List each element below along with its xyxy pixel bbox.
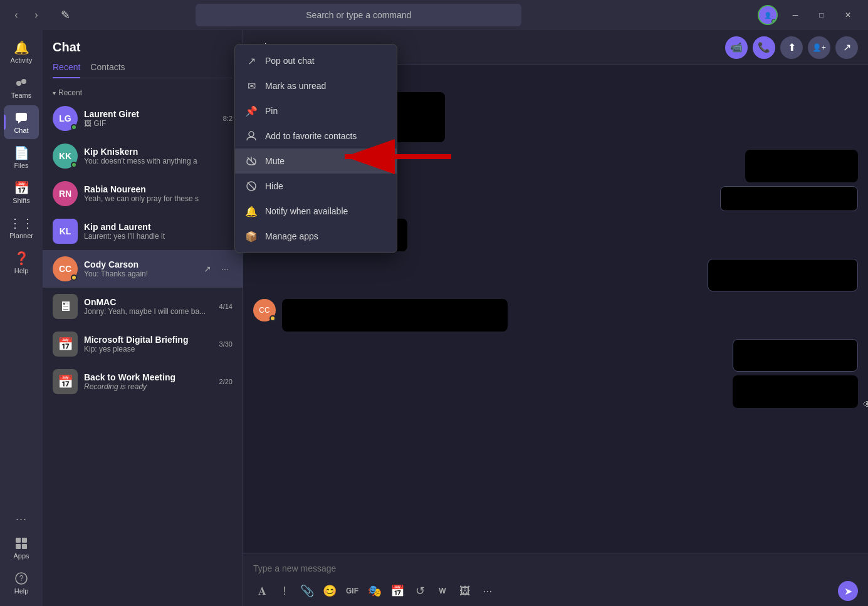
- main-layout: 🔔 Activity Teams Chat 📄 Files 📅 Shifts ⋮…: [0, 30, 868, 606]
- popout-chat-button[interactable]: ↗: [200, 261, 215, 276]
- sidebar-item-shifts[interactable]: 📅 Shifts: [4, 175, 39, 209]
- chat-item-kip[interactable]: KK Kip Kniskern You: doesn't mess with a…: [43, 137, 243, 175]
- chat-preview-msdigital: Kip: yes please: [84, 345, 213, 353]
- chat-preview-kipandlaurent: Laurent: yes I'll handle it: [84, 232, 233, 241]
- search-input[interactable]: [196, 4, 521, 26]
- menu-item-notify[interactable]: 🔔 Notify when available: [235, 199, 397, 224]
- sidebar-item-apps[interactable]: Apps: [4, 531, 39, 565]
- title-bar-right: 👤 ─ □ ✕: [758, 5, 860, 25]
- popout-button[interactable]: ↗: [835, 36, 858, 59]
- menu-item-unread[interactable]: ✉ Mark as unread: [235, 73, 397, 98]
- svg-rect-7: [22, 538, 27, 543]
- more-tools-button[interactable]: ···: [479, 582, 496, 600]
- chat-meta-onmac: 4/14: [219, 303, 233, 310]
- attach-button[interactable]: 📎: [298, 582, 316, 600]
- forward-button[interactable]: ›: [28, 6, 45, 24]
- video-call-button[interactable]: 📹: [725, 36, 748, 59]
- message-row-right-3: 👁: [253, 339, 858, 408]
- svg-text:👤: 👤: [764, 11, 772, 19]
- shifts-icon: 📅: [14, 180, 29, 196]
- menu-item-manageapps[interactable]: 📦 Manage apps: [235, 224, 397, 249]
- message-row-right-2: [253, 259, 858, 291]
- image-button[interactable]: 🖼: [456, 582, 474, 600]
- chat-item-msdigital[interactable]: 📅 Microsoft Digital Briefing Kip: yes pl…: [43, 325, 243, 363]
- back-button[interactable]: ‹: [8, 6, 25, 24]
- tab-contacts[interactable]: Contacts: [90, 62, 125, 78]
- schedule-button[interactable]: 📅: [389, 582, 406, 600]
- chat-info-kipandlaurent: Kip and Laurent Laurent: yes I'll handle…: [84, 222, 233, 241]
- menu-item-popout[interactable]: ↗ Pop out chat: [235, 48, 397, 73]
- menu-item-hide[interactable]: Hide: [235, 174, 397, 199]
- help-mid-icon: ❓: [14, 251, 29, 266]
- sidebar-item-activity[interactable]: 🔔 Activity: [4, 35, 39, 69]
- menu-item-mute[interactable]: Mute: [235, 149, 397, 174]
- help-icon: ?: [14, 571, 29, 586]
- title-bar: ‹ › ✎ 👤 ─ □ ✕: [0, 0, 868, 30]
- svg-rect-3: [21, 79, 26, 84]
- menu-item-pin[interactable]: 📌 Pin: [235, 98, 397, 123]
- avatar-laurent: LG: [53, 106, 78, 131]
- apps-icon: [14, 536, 29, 551]
- chat-item-laurent[interactable]: LG Laurent Giret 🖼 GIF 8:2: [43, 100, 243, 137]
- unread-menu-icon: ✉: [245, 80, 258, 92]
- user-avatar[interactable]: 👤: [758, 5, 778, 25]
- chat-item-backtowork[interactable]: 📅 Back to Work Meeting Recording is read…: [43, 363, 243, 400]
- chat-meta-msdigital: 3/30: [219, 340, 233, 348]
- chat-meta-cody: ↗ ···: [200, 261, 233, 276]
- sidebar-item-help-mid[interactable]: ❓ Help: [4, 246, 39, 279]
- minimize-button[interactable]: ─: [783, 6, 808, 24]
- tab-recent[interactable]: Recent: [53, 62, 80, 78]
- recent-arrow-icon: ▾: [53, 90, 56, 97]
- important-button[interactable]: !: [276, 582, 293, 600]
- chat-info-laurent: Laurent Giret 🖼 GIF: [84, 109, 217, 128]
- chat-icon: [14, 110, 29, 125]
- avatar-rabia: RN: [53, 181, 78, 206]
- mute-menu-icon: [245, 155, 258, 167]
- emoji-button[interactable]: 😊: [321, 582, 338, 600]
- svg-line-15: [248, 182, 255, 190]
- chat-preview-backtowork: Recording is ready: [84, 382, 213, 391]
- chat-preview-laurent: 🖼 GIF: [84, 119, 217, 128]
- sidebar-item-help[interactable]: ? Help: [4, 566, 39, 600]
- chat-name-kip: Kip Kniskern: [84, 147, 233, 157]
- sticker-button[interactable]: 🎭: [366, 582, 384, 600]
- chat-list-title: Chat: [53, 40, 233, 55]
- chat-info-onmac: OnMAC Jonny: Yeah, maybe I will come ba.…: [84, 297, 213, 316]
- sidebar-more-dots[interactable]: ···: [11, 508, 32, 531]
- more-options-button[interactable]: ···: [217, 261, 233, 276]
- sidebar-label-chat: Chat: [14, 127, 28, 134]
- context-menu: ↗ Pop out chat ✉ Mark as unread 📌 Pin Ad…: [234, 44, 397, 253]
- close-button[interactable]: ✕: [835, 6, 860, 24]
- message-input[interactable]: [253, 561, 858, 576]
- loop-button[interactable]: ↺: [411, 582, 429, 600]
- chat-info-kip: Kip Kniskern You: doesn't mess with anyt…: [84, 147, 233, 165]
- avatar-backtowork: 📅: [53, 369, 78, 394]
- chat-preview-kip: You: doesn't mess with anything a: [84, 157, 233, 165]
- sidebar-item-teams[interactable]: Teams: [4, 70, 39, 104]
- chat-item-rabia[interactable]: RN Rabia Noureen Yeah, we can only pray …: [43, 175, 243, 212]
- compose-button[interactable]: ✎: [55, 5, 75, 25]
- send-button[interactable]: ➤: [838, 581, 858, 601]
- favorite-menu-icon: [245, 130, 258, 142]
- chat-item-onmac[interactable]: 🖥 OnMAC Jonny: Yeah, maybe I will come b…: [43, 288, 243, 325]
- share-screen-button[interactable]: ⬆: [780, 36, 803, 59]
- svg-rect-8: [16, 544, 21, 549]
- chat-preview-onmac: Jonny: Yeah, maybe I will come ba...: [84, 307, 213, 316]
- gif-button[interactable]: GIF: [343, 582, 361, 600]
- sidebar-item-chat[interactable]: Chat: [4, 105, 39, 139]
- chat-name-laurent: Laurent Giret: [84, 109, 217, 119]
- sidebar-item-planner[interactable]: ⋮⋮ Planner: [4, 211, 39, 244]
- header-action-buttons: 📹 📞 ⬆ 👤+ ↗: [725, 36, 858, 59]
- sidebar-item-files[interactable]: 📄 Files: [4, 140, 39, 174]
- add-person-button[interactable]: 👤+: [808, 36, 830, 59]
- chat-item-cody[interactable]: CC Cody Carson You: Thanks again! ↗ ···: [43, 250, 243, 288]
- word-button[interactable]: W: [434, 582, 451, 600]
- format-text-button[interactable]: 𝐀: [253, 582, 271, 600]
- avatar-onmac: 🖥: [53, 294, 78, 319]
- maximize-button[interactable]: □: [809, 6, 834, 24]
- audio-call-button[interactable]: 📞: [753, 36, 775, 59]
- chat-item-kipandlaurent[interactable]: KL Kip and Laurent Laurent: yes I'll han…: [43, 212, 243, 250]
- svg-rect-4: [16, 113, 27, 121]
- menu-item-favorite[interactable]: Add to favorite contacts: [235, 123, 397, 149]
- sidebar-label-help-mid: Help: [14, 267, 29, 274]
